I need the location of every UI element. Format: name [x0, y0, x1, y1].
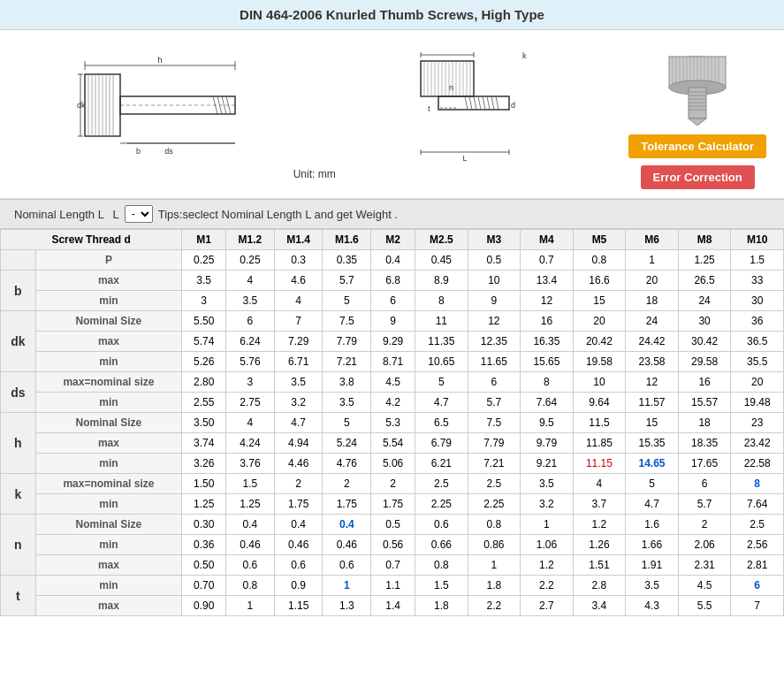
table-cell: 5.74	[182, 332, 226, 352]
table-cell: 1.91	[626, 555, 679, 576]
screw-diagram-left: h dk ds b	[76, 48, 359, 163]
table-cell: 0.8	[468, 515, 521, 535]
table-cell: 2.8	[573, 576, 626, 596]
table-cell: 7.5	[468, 413, 521, 433]
svg-marker-87	[689, 118, 706, 126]
table-cell: 5.7	[468, 393, 521, 413]
svg-line-60	[496, 96, 499, 110]
table-row: min3.263.764.464.765.066.217.219.2111.15…	[1, 454, 784, 474]
tolerance-calculator-button[interactable]: Tolerance Calculator	[628, 134, 766, 158]
col-header-m3: M3	[468, 230, 521, 250]
table-cell: 1.06	[521, 535, 574, 555]
table-cell: 7.21	[323, 352, 371, 372]
col-header-m5: M5	[573, 230, 626, 250]
table-cell: 15	[573, 291, 626, 311]
table-cell: 16	[521, 311, 574, 332]
error-correction-button[interactable]: Error Correction	[641, 165, 755, 189]
table-cell: 1.8	[415, 596, 468, 616]
table-cell: 4	[274, 291, 323, 311]
table-cell: 7	[274, 311, 323, 332]
table-cell: 9	[468, 291, 521, 311]
table-cell: 0.3	[274, 250, 323, 271]
table-cell: 3.5	[274, 372, 323, 393]
table-cell: 13.4	[521, 271, 574, 291]
diagram-right: Tolerance Calculator Error Correction	[628, 39, 766, 189]
row-label: min	[35, 494, 182, 515]
table-cell: 2	[323, 474, 371, 494]
table-cell: 1.8	[468, 576, 521, 596]
screw-thread-header: Screw Thread d	[1, 230, 182, 250]
table-cell: 0.25	[226, 250, 275, 271]
table-cell: 2.2	[468, 596, 521, 616]
table-cell: 10	[468, 271, 521, 291]
svg-line-58	[487, 96, 490, 110]
table-header-row: Screw Thread d M1 M1.2 M1.4 M1.6 M2 M2.5…	[1, 230, 784, 250]
table-cell: 3.74	[182, 433, 226, 454]
table-cell: 5	[415, 372, 468, 393]
table-cell: 0.4	[371, 250, 415, 271]
table-cell: 5.54	[371, 433, 415, 454]
table-cell: 7.21	[468, 454, 521, 474]
table-cell: 5.24	[323, 433, 371, 454]
row-label: min	[35, 291, 182, 311]
table-cell: 0.86	[468, 535, 521, 555]
table-cell: 11.5	[573, 413, 626, 433]
table-cell: 30	[678, 311, 731, 332]
table-cell: 18	[678, 413, 731, 433]
screw-icon	[662, 39, 733, 127]
svg-text:n: n	[449, 83, 453, 92]
table-cell: 20.42	[573, 332, 626, 352]
table-cell: 4	[226, 413, 275, 433]
table-row: max0.9011.151.31.41.82.22.73.44.35.57	[1, 596, 784, 616]
table-cell: 3.26	[182, 454, 226, 474]
table-cell: 5.76	[226, 352, 275, 372]
table-cell: 9.21	[521, 454, 574, 474]
table-cell: 6	[226, 311, 275, 332]
svg-line-55	[474, 96, 476, 110]
table-cell: 0.6	[226, 555, 275, 576]
table-cell: 20	[626, 271, 679, 291]
table-cell: 3.5	[521, 474, 574, 494]
table-cell: 1.75	[323, 494, 371, 515]
svg-text:dk: dk	[77, 101, 86, 110]
col-header-m10: M10	[731, 230, 784, 250]
col-header-m8: M8	[678, 230, 731, 250]
table-cell: 1.1	[371, 576, 415, 596]
table-cell: 4.3	[626, 596, 679, 616]
svg-rect-31	[421, 61, 474, 96]
table-cell: 4.7	[626, 494, 679, 515]
table-cell: 6	[678, 474, 731, 494]
table-cell: 12	[468, 311, 521, 332]
table-row: tmin0.700.80.911.11.51.82.22.83.54.56	[1, 576, 784, 596]
table-cell: 30	[731, 291, 784, 311]
table-cell: 1.26	[573, 535, 626, 555]
svg-text:d: d	[511, 101, 515, 110]
table-cell: 2.56	[731, 535, 784, 555]
table-cell: 0.8	[226, 576, 275, 596]
table-cell: 3.8	[323, 372, 371, 393]
table-row: max0.500.60.60.60.70.811.21.511.912.312.…	[1, 555, 784, 576]
col-header-m4: M4	[521, 230, 574, 250]
table-cell: 3	[226, 372, 275, 393]
nominal-length-select[interactable]: -	[125, 205, 153, 223]
row-label: max	[35, 433, 182, 454]
table-cell: 7.79	[323, 332, 371, 352]
row-label: max=nominal size	[35, 372, 182, 393]
table-cell: 12	[521, 291, 574, 311]
table-cell: 22.58	[731, 454, 784, 474]
table-cell: 5	[626, 474, 679, 494]
table-row: kmax=nominal size1.501.52222.52.53.54568	[1, 474, 784, 494]
row-label: min	[35, 576, 182, 596]
table-row: dkNominal Size5.50677.5911121620243036	[1, 311, 784, 332]
row-label: P	[35, 250, 182, 271]
table-cell: 33	[731, 271, 784, 291]
table-cell: 0.35	[323, 250, 371, 271]
table-cell: 23.42	[731, 433, 784, 454]
table-cell: 20	[731, 372, 784, 393]
table-cell: 5.26	[182, 352, 226, 372]
table-cell: 1.50	[182, 474, 226, 494]
table-cell: 2.2	[521, 576, 574, 596]
screw-diagram-right: k n	[377, 48, 553, 163]
table-cell: 2.25	[468, 494, 521, 515]
table-cell: 23	[731, 413, 784, 433]
